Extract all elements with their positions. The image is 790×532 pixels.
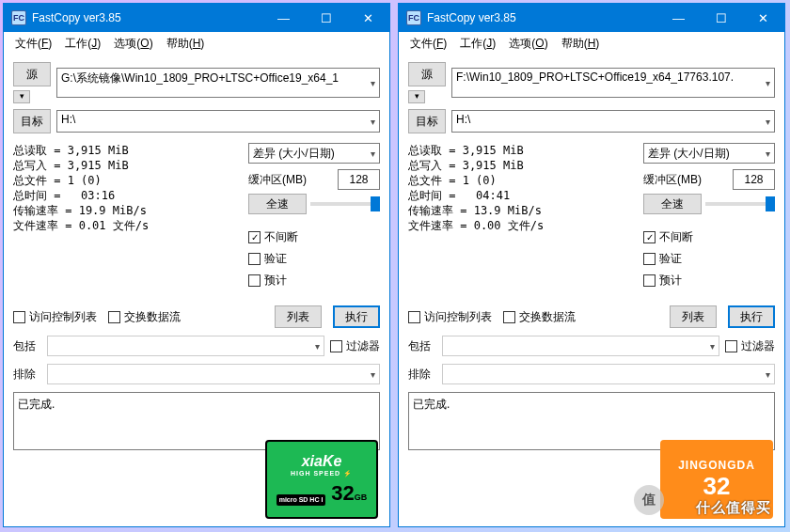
list-button[interactable]: 列表 [275,305,322,328]
chevron-down-icon[interactable]: ▾ [766,78,770,88]
menu-opt[interactable]: 选项(O) [503,34,553,54]
source-history-button[interactable]: ▾ [13,90,30,103]
buffer-input[interactable] [733,169,775,190]
verify-checkbox-label: 验证 [264,251,287,267]
source-button[interactable]: 源 [13,62,51,86]
verify-checkbox-box [643,253,656,265]
nonstop-checkbox[interactable]: ✓不间断 [643,229,775,245]
buffer-label: 缓冲区(MB) [643,172,727,188]
menu-opt[interactable]: 选项(O) [108,34,158,54]
estimate-checkbox[interactable]: 预计 [643,273,775,289]
fullspeed-button[interactable]: 全速 [248,194,307,214]
fullspeed-button[interactable]: 全速 [643,194,702,214]
maximize-button[interactable]: ☐ [305,4,347,32]
verify-checkbox[interactable]: 验证 [643,251,775,267]
execute-button[interactable]: 执行 [728,305,775,328]
menubar: 文件(F)工作(J)选项(O)帮助(H) [399,32,784,55]
mode-text: 差异 (大小/日期) [253,146,335,162]
estimate-checkbox[interactable]: 预计 [248,273,380,289]
app-icon: FC [11,10,26,25]
altstream-checkbox[interactable]: 交换数据流 [108,309,181,325]
menu-job[interactable]: 工作(J) [59,34,106,54]
estimate-checkbox-box [643,274,656,287]
filter-checkbox-box [330,340,342,352]
card-capacity: 32 [703,472,731,501]
micro-sd-icon: micro SD HC I [276,494,326,506]
titlebar[interactable]: FCFastCopy ver3.85—☐✕ [399,4,784,32]
acl-checkbox-box [13,311,25,323]
filter-checkbox-label: 过滤器 [346,338,380,354]
titlebar[interactable]: FCFastCopy ver3.85—☐✕ [4,4,389,32]
maximize-button[interactable]: ☐ [700,4,742,32]
mode-select[interactable]: 差异 (大小/日期)▾ [248,143,380,164]
acl-checkbox[interactable]: 访问控制列表 [408,309,492,325]
menu-file[interactable]: 文件(F) [404,34,452,54]
verify-checkbox-box [248,253,261,265]
exclude-label: 排除 [408,367,436,383]
target-button[interactable]: 目标 [13,109,51,133]
nonstop-checkbox-label: 不间断 [264,229,298,245]
source-button[interactable]: 源 [408,62,446,86]
target-button[interactable]: 目标 [408,109,446,133]
slider-thumb[interactable] [371,196,380,211]
minimize-button[interactable]: — [657,4,700,32]
chevron-down-icon[interactable]: ▾ [371,78,375,88]
acl-checkbox[interactable]: 访问控制列表 [13,309,97,325]
execute-button[interactable]: 执行 [333,305,380,328]
window-1: FCFastCopy ver3.85—☐✕文件(F)工作(J)选项(O)帮助(H… [398,3,785,527]
source-input[interactable]: G:\系统镜像\Win10_1809_PRO+LTSC+Office19_x64… [56,68,380,98]
menu-job[interactable]: 工作(J) [454,34,501,54]
nonstop-checkbox[interactable]: ✓不间断 [248,229,380,245]
options-panel: 差异 (大小/日期)▾缓冲区(MB)全速✓不间断验证预计 [248,143,380,289]
altstream-checkbox-label: 交换数据流 [124,309,181,325]
source-input[interactable]: F:\Win10_1809_PRO+LTSC+Office19_x64_1776… [451,68,775,98]
slider-thumb[interactable] [766,196,775,211]
chevron-down-icon[interactable]: ▾ [766,117,770,127]
include-input[interactable]: ▾ [442,336,719,356]
speed-slider[interactable] [705,202,775,206]
menu-help[interactable]: 帮助(H) [161,34,211,54]
filter-checkbox[interactable]: 过滤器 [330,338,380,354]
nonstop-checkbox-box: ✓ [248,231,261,243]
stats-text: 总读取 = 3,915 MiB 总写入 = 3,915 MiB 总文件 = 1 … [408,143,636,289]
include-input[interactable]: ▾ [47,336,324,356]
chevron-down-icon: ▾ [766,369,770,380]
target-input[interactable]: H:\▾ [56,110,380,133]
verify-checkbox[interactable]: 验证 [248,251,380,267]
target-path-text: H:\ [61,113,75,126]
minimize-button[interactable]: — [262,4,305,32]
acl-checkbox-box [408,311,420,323]
mode-select[interactable]: 差异 (大小/日期)▾ [643,143,775,164]
card-sub: HIGH SPEED ⚡ [291,470,353,477]
menu-help[interactable]: 帮助(H) [556,34,606,54]
close-button[interactable]: ✕ [742,4,784,32]
card-brand: xiaKe [302,453,342,470]
altstream-checkbox[interactable]: 交换数据流 [503,309,576,325]
chevron-down-icon: ▾ [371,369,375,380]
exclude-input[interactable]: ▾ [47,364,380,384]
buffer-input[interactable] [338,169,380,190]
altstream-checkbox-box [503,311,515,323]
menu-file[interactable]: 文件(F) [9,34,57,54]
speed-slider[interactable] [310,202,380,206]
close-button[interactable]: ✕ [347,4,389,32]
body: 源▾G:\系统镜像\Win10_1809_PRO+LTSC+Office19_x… [4,55,389,526]
exclude-label: 排除 [13,367,41,383]
target-input[interactable]: H:\▾ [451,110,775,133]
body: 源▾F:\Win10_1809_PRO+LTSC+Office19_x64_17… [399,55,784,526]
target-path-text: H:\ [456,113,470,126]
watermark-text: 什么值得买 [696,499,771,517]
source-history-button[interactable]: ▾ [408,90,425,103]
stats-text: 总读取 = 3,915 MiB 总写入 = 3,915 MiB 总文件 = 1 … [13,143,241,289]
chevron-down-icon[interactable]: ▾ [371,117,375,127]
card-brand: JINGONGDA [678,459,755,472]
card-capacity: 32 [331,481,354,505]
window-0: FCFastCopy ver3.85—☐✕文件(F)工作(J)选项(O)帮助(H… [3,3,390,527]
options-panel: 差异 (大小/日期)▾缓冲区(MB)全速✓不间断验证预计 [643,143,775,289]
include-label: 包括 [408,338,436,354]
exclude-input[interactable]: ▾ [442,364,775,384]
filter-checkbox[interactable]: 过滤器 [725,338,775,354]
window-title: FastCopy ver3.85 [32,11,262,24]
list-button[interactable]: 列表 [670,305,717,328]
acl-checkbox-label: 访问控制列表 [29,309,97,325]
